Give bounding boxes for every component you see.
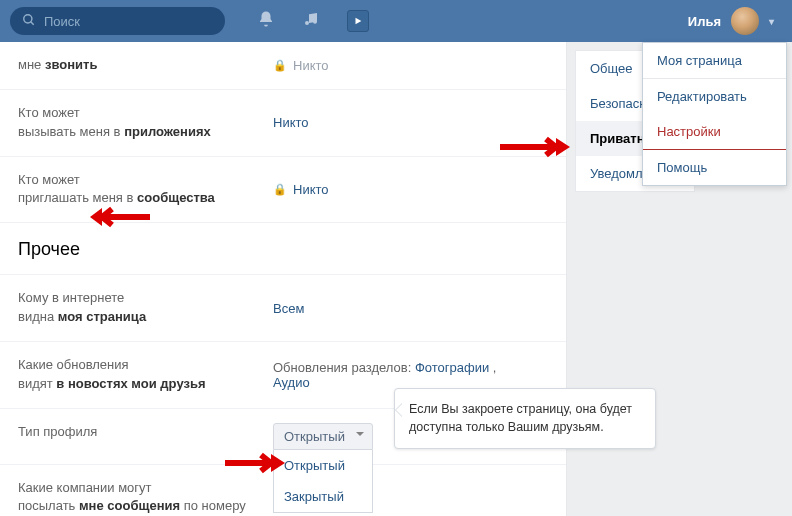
lock-icon: 🔒 [273,183,287,196]
avatar [731,7,759,35]
menu-help[interactable]: Помощь [643,150,786,185]
profile-type-tooltip: Если Вы закроете страницу, она будет дос… [394,388,656,449]
svg-point-3 [313,20,317,24]
row-value[interactable]: Никто [273,104,309,142]
row-call: мне звонить 🔒Никто [0,42,566,90]
svg-line-1 [31,21,34,24]
option-closed[interactable]: Закрытый [274,481,372,512]
row-visibility: Кому в интернете видна моя страница Всем [0,275,566,342]
row-label: Кто может приглашать меня в сообщества [18,171,273,209]
bell-icon[interactable] [257,10,275,32]
option-open[interactable]: Открытый [274,450,372,481]
row-value[interactable]: 🔒Никто [273,171,329,209]
dropdown-menu: Открытый Закрытый [273,450,373,513]
menu-edit[interactable]: Редактировать [643,79,786,114]
row-label: Кому в интернете видна моя страница [18,289,273,327]
link-audio[interactable]: Аудио [273,375,310,390]
search-icon [22,13,36,30]
search-input[interactable] [44,14,213,29]
user-name: Илья [688,14,721,29]
svg-point-0 [24,14,32,22]
row-value[interactable]: 🔒Никто [273,56,329,75]
music-icon[interactable] [303,11,319,31]
row-value[interactable]: Всем [273,289,304,327]
header-icons [257,10,369,32]
search-box[interactable] [10,7,225,35]
menu-my-page[interactable]: Моя страница [643,43,786,78]
user-menu-trigger[interactable]: Илья ▾ [688,7,782,35]
row-label: Тип профиля [18,423,273,450]
dropdown-button[interactable]: Открытый [273,423,373,450]
lock-icon: 🔒 [273,59,287,72]
row-value: Открытый Открытый Закрытый [273,423,373,450]
row-label: Какие обновления видят в новостях мои др… [18,356,273,394]
chevron-down-icon: ▾ [769,16,774,27]
menu-settings[interactable]: Настройки [643,114,786,150]
top-header: Илья ▾ [0,0,792,42]
user-dropdown: Моя страница Редактировать Настройки Пом… [642,42,787,186]
play-icon[interactable] [347,10,369,32]
section-other: Прочее [0,223,566,275]
profile-type-dropdown: Открытый Открытый Закрытый [273,423,373,450]
row-label: Какие компании могут посылать мне сообще… [18,479,273,516]
row-communities: Кто может приглашать меня в сообщества 🔒… [0,157,566,224]
svg-point-2 [305,21,309,25]
row-label: Кто может вызывать меня в приложениях [18,104,273,142]
row-apps: Кто может вызывать меня в приложениях Ни… [0,90,566,157]
link-photos[interactable]: Фотографии [415,360,489,375]
row-label: мне звонить [18,56,273,75]
